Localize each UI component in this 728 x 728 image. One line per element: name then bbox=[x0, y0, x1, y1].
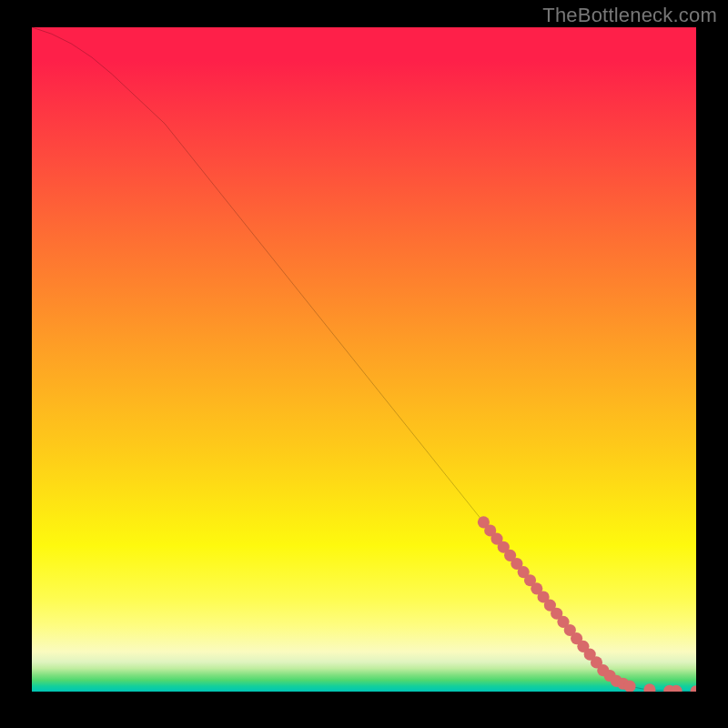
bottleneck-marker-dot bbox=[643, 683, 655, 692]
chart-plot-area bbox=[32, 27, 696, 692]
bottleneck-curve-path bbox=[32, 27, 696, 692]
bottleneck-line-chart bbox=[32, 27, 696, 692]
attribution-text: TheBottleneck.com bbox=[542, 4, 717, 27]
bottleneck-marker-dot bbox=[690, 685, 696, 692]
